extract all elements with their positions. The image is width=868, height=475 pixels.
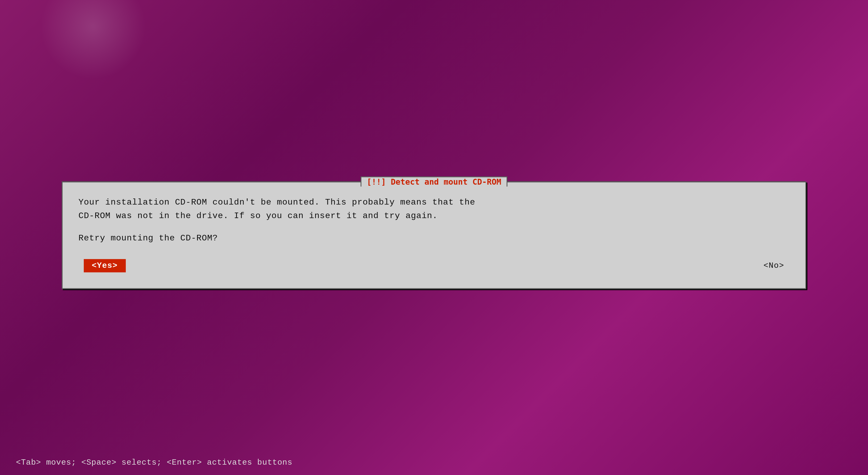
- status-bar-text: <Tab> moves; <Space> selects; <Enter> ac…: [16, 458, 292, 467]
- dialog-box: [!!] Detect and mount CD-ROM Your instal…: [62, 181, 806, 289]
- title-bar: [!!] Detect and mount CD-ROM: [62, 176, 806, 186]
- button-row: <Yes> <No>: [79, 259, 789, 273]
- dialog-title: [!!] Detect and mount CD-ROM: [361, 176, 507, 186]
- yes-button[interactable]: <Yes>: [84, 259, 126, 273]
- title-bar-line-right: [507, 181, 806, 182]
- status-bar: <Tab> moves; <Space> selects; <Enter> ac…: [0, 458, 868, 467]
- dialog-container: [!!] Detect and mount CD-ROM Your instal…: [62, 181, 806, 289]
- retry-question: Retry mounting the CD-ROM?: [79, 234, 789, 243]
- title-bar-line-left: [62, 181, 361, 182]
- message-text: Your installation CD-ROM couldn't be mou…: [79, 196, 789, 223]
- no-button[interactable]: <No>: [764, 262, 784, 270]
- dialog-content: Your installation CD-ROM couldn't be mou…: [62, 182, 806, 288]
- message-line2: CD-ROM was not in the drive. If so you c…: [79, 211, 438, 221]
- message-line1: Your installation CD-ROM couldn't be mou…: [79, 197, 475, 207]
